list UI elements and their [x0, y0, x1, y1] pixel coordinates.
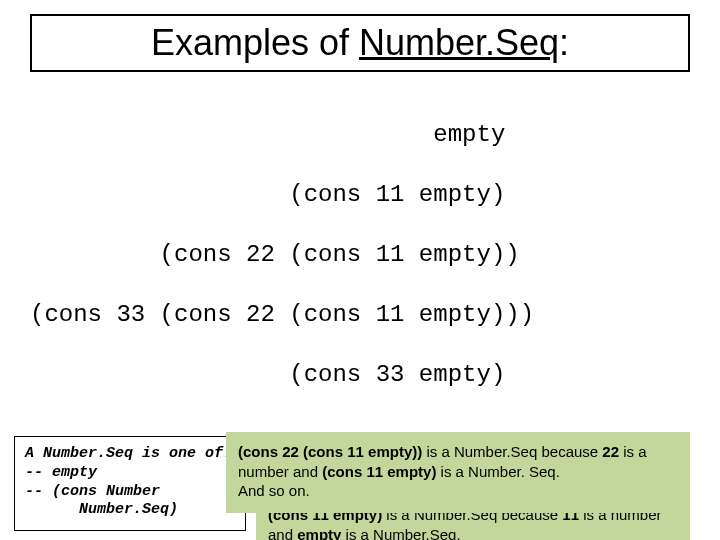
code-line: (cons 11 empty): [30, 180, 690, 210]
title-prefix: Examples of: [151, 22, 359, 63]
page-title: Examples of Number.Seq:: [42, 22, 678, 64]
code-examples: empty (cons 11 empty) (cons 22 (cons 11 …: [30, 90, 690, 420]
explanation-line: (cons 22 (cons 11 empty)) is a Number.Se…: [238, 442, 678, 501]
code-line: (cons 33 empty): [30, 360, 690, 390]
code-line: empty: [30, 120, 690, 150]
title-term: Number.Seq: [359, 22, 559, 63]
title-suffix: :: [559, 22, 569, 63]
code-line: (cons 33 (cons 22 (cons 11 empty))): [30, 300, 690, 330]
code-line: (cons 22 (cons 11 empty)): [30, 240, 690, 270]
definition-box: A Number.Seq is one of: -- empty -- (con…: [14, 436, 246, 531]
title-box: Examples of Number.Seq:: [30, 14, 690, 72]
footer-explanation-box: (cons 22 (cons 11 empty)) is a Number.Se…: [226, 432, 690, 513]
